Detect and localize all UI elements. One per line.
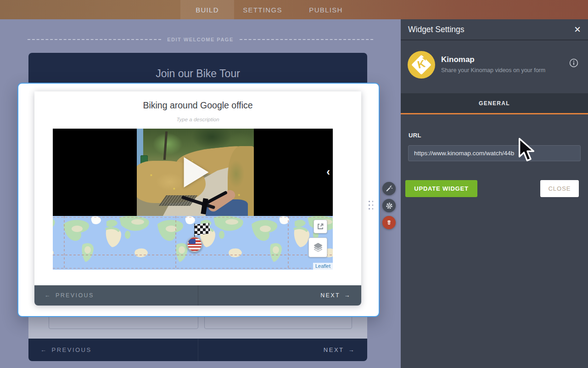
widget-nav-bar: ← PREVIOUS NEXT → (34, 285, 361, 306)
preview-next-label: NEXT (320, 292, 340, 299)
tab-general[interactable]: GENERAL (401, 93, 588, 114)
video-player[interactable]: ‹ (53, 129, 333, 216)
url-label: URL (409, 132, 421, 139)
widget-title[interactable]: Biking around Google office (34, 100, 361, 111)
panel-title: Widget Settings (408, 25, 465, 34)
dashed-line-right (240, 39, 373, 40)
dashed-line-left (28, 39, 161, 40)
panel-header: Widget Settings × (401, 19, 588, 40)
form-next-label: NEXT (324, 346, 344, 353)
map-expand-button[interactable] (314, 220, 327, 233)
tab-settings[interactable]: SETTINGS (237, 0, 288, 19)
widget-card: Biking around Google office Type a descr… (34, 91, 361, 306)
form-previous-label: PREVIOUS (52, 346, 92, 353)
edit-welcome-page-label[interactable]: EDIT WELCOME PAGE (167, 37, 233, 42)
usa-flag-marker[interactable] (187, 237, 202, 252)
route-map[interactable]: Leaflet (53, 216, 333, 270)
url-input[interactable] (408, 145, 581, 161)
expand-icon (316, 222, 325, 231)
drag-handle[interactable] (369, 201, 374, 209)
delete-widget-button[interactable] (382, 216, 396, 229)
arrow-right-icon: → (344, 292, 351, 299)
trash-icon (386, 219, 392, 226)
tab-build[interactable]: BUILD (180, 0, 234, 19)
info-button[interactable] (569, 58, 578, 68)
preview-previous-button[interactable]: ← PREVIOUS (34, 285, 198, 306)
edit-welcome-page-divider: EDIT WELCOME PAGE (28, 36, 373, 43)
arrow-right-icon: → (348, 346, 356, 353)
widget-settings-panel: Widget Settings × K Kinomap Share your K… (401, 19, 588, 368)
play-icon[interactable] (184, 157, 209, 187)
preview-previous-label: PREVIOUS (56, 292, 94, 299)
form-footer-nav: ← PREVIOUS NEXT → (28, 339, 367, 361)
info-icon (569, 58, 578, 68)
edit-widget-button[interactable] (382, 182, 396, 195)
form-next-button[interactable]: NEXT → (198, 339, 368, 361)
widget-description-placeholder[interactable]: Type a description (34, 117, 361, 122)
form-title: Join our Bike Tour (156, 68, 240, 80)
magic-wand-icon (386, 185, 392, 192)
map-attribution[interactable]: Leaflet (313, 263, 333, 270)
close-icon[interactable]: × (574, 24, 581, 35)
tab-publish[interactable]: PUBLISH (298, 0, 353, 19)
widget-description: Share your Kinomap videos on your form (441, 67, 545, 74)
map-layers-button[interactable] (308, 238, 327, 257)
widget-settings-button[interactable] (382, 199, 396, 212)
close-panel-button[interactable]: CLOSE (540, 180, 579, 197)
layers-icon (313, 242, 323, 253)
form-header-card: Join our Bike Tour (28, 53, 367, 83)
top-navbar: BUILD SETTINGS PUBLISH (0, 0, 588, 19)
update-widget-button[interactable]: UPDATE WIDGET (405, 180, 477, 197)
app-window: BUILD SETTINGS PUBLISH EDIT WELCOME PAGE… (0, 0, 588, 368)
preview-next-button[interactable]: NEXT → (198, 285, 362, 306)
kinomap-logo: K (408, 51, 435, 79)
form-previous-button[interactable]: ← PREVIOUS (28, 339, 198, 361)
chevron-left-icon[interactable]: ‹ (326, 167, 330, 177)
arrow-left-icon: ← (40, 346, 48, 353)
widget-name: Kinomap (441, 55, 475, 64)
arrow-left-icon: ← (45, 292, 51, 299)
gear-icon (386, 202, 393, 209)
widget-preview-modal: Biking around Google office Type a descr… (17, 83, 380, 317)
